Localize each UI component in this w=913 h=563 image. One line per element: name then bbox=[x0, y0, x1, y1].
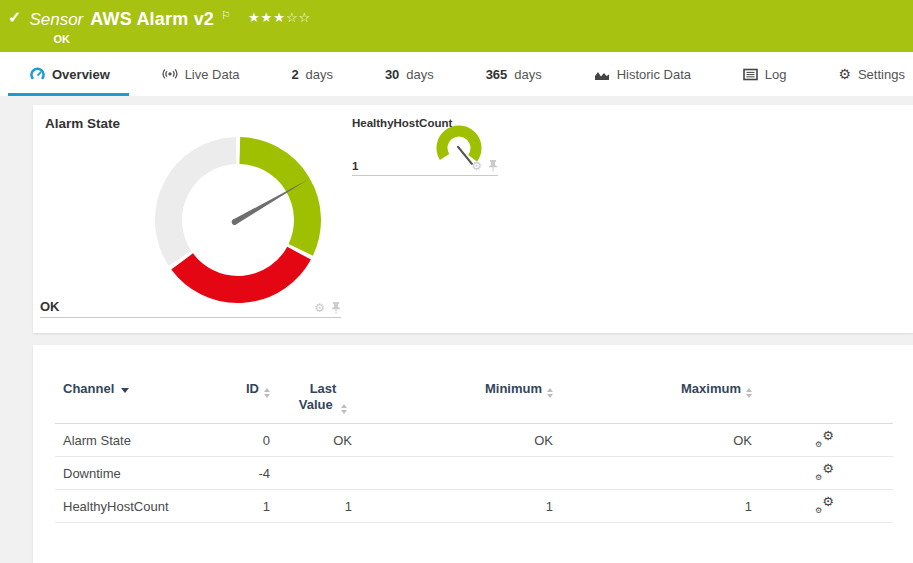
cell-id: 1 bbox=[213, 499, 270, 514]
column-label: Last Value bbox=[299, 381, 337, 412]
broadcast-icon bbox=[162, 67, 178, 81]
tab-number: 30 bbox=[385, 67, 399, 82]
channel-settings-icon[interactable]: ⚙⚙ bbox=[815, 497, 834, 513]
table-row[interactable]: HealthyHostCount 1 1 1 1 ⚙⚙ bbox=[55, 490, 893, 523]
sensor-header: ✓ Sensor AWS Alarm v2 ⚐ ★★★☆☆ OK bbox=[0, 0, 913, 52]
healthy-host-count-value: 1 bbox=[352, 160, 358, 172]
gauge-segment-error bbox=[182, 253, 299, 289]
gear-icon: ⚙ bbox=[838, 67, 851, 81]
cell-minimum: OK bbox=[352, 433, 553, 448]
sensor-status-text: OK bbox=[53, 33, 311, 45]
column-header-channel[interactable]: Channel bbox=[63, 381, 213, 397]
column-label: ID bbox=[246, 381, 259, 396]
gauge-segment-empty bbox=[168, 151, 236, 259]
tab-log[interactable]: Log bbox=[743, 52, 787, 96]
sensor-title: AWS Alarm v2 bbox=[90, 8, 214, 30]
cell-last-value: 1 bbox=[270, 499, 352, 514]
tab-label: Settings bbox=[858, 67, 905, 82]
tab-label: days bbox=[406, 67, 433, 82]
sensor-kind-label: Sensor bbox=[29, 9, 83, 31]
tab-label: Live Data bbox=[185, 67, 240, 82]
sensor-title-block: Sensor AWS Alarm v2 ⚐ ★★★☆☆ OK bbox=[29, 8, 311, 45]
tab-365-days[interactable]: 365 days bbox=[486, 52, 542, 96]
tab-label: days bbox=[306, 67, 333, 82]
column-header-maximum[interactable]: Maximum bbox=[553, 381, 752, 398]
area-chart-icon bbox=[594, 68, 610, 81]
sort-desc-icon bbox=[121, 388, 129, 393]
cell-id: 0 bbox=[213, 433, 270, 448]
gear-icon: ⚙ bbox=[815, 473, 822, 482]
alarm-state-value: OK bbox=[40, 299, 60, 314]
gear-icon: ⚙ bbox=[822, 428, 834, 443]
ok-check-icon: ✓ bbox=[8, 8, 21, 28]
cell-minimum: 1 bbox=[352, 499, 553, 514]
gear-icon: ⚙ bbox=[822, 461, 834, 476]
overview-gauges-panel: Alarm State OK ⚙ HealthyHostCount bbox=[33, 105, 913, 333]
flag-icon[interactable]: ⚐ bbox=[221, 4, 231, 26]
tab-historic-data[interactable]: Historic Data bbox=[594, 52, 691, 96]
log-list-icon bbox=[743, 68, 758, 81]
sort-icon bbox=[341, 404, 347, 414]
gear-icon: ⚙ bbox=[815, 440, 822, 449]
channel-table-panel: Channel ID Last Value Minimum Maximum Al… bbox=[33, 345, 913, 563]
cell-channel[interactable]: Downtime bbox=[63, 466, 213, 481]
gear-icon: ⚙ bbox=[815, 506, 822, 515]
tab-settings[interactable]: ⚙ Settings bbox=[838, 52, 905, 96]
channel-settings-icon[interactable]: ⚙⚙ bbox=[815, 464, 834, 480]
table-row[interactable]: Alarm State 0 OK OK OK ⚙⚙ bbox=[55, 424, 893, 457]
column-label: Channel bbox=[63, 381, 114, 396]
channel-table-header: Channel ID Last Value Minimum Maximum bbox=[55, 345, 893, 424]
channel-settings-icon[interactable]: ⚙⚙ bbox=[815, 431, 834, 447]
tab-live-data[interactable]: Live Data bbox=[162, 52, 240, 96]
cell-channel[interactable]: Alarm State bbox=[63, 433, 213, 448]
channel-gear-icon[interactable]: ⚙ bbox=[471, 160, 482, 172]
tab-30-days[interactable]: 30 days bbox=[385, 52, 434, 96]
pin-icon[interactable] bbox=[488, 159, 498, 172]
gear-icon: ⚙ bbox=[822, 494, 834, 509]
gauge-icon bbox=[30, 67, 45, 82]
channel-gear-icon[interactable]: ⚙ bbox=[314, 302, 325, 314]
column-label: Minimum bbox=[485, 381, 542, 396]
primary-channel-title: Alarm State bbox=[45, 116, 120, 131]
priority-stars[interactable]: ★★★☆☆ bbox=[248, 7, 311, 29]
healthy-host-count-value-row: 1 ⚙ bbox=[352, 159, 498, 176]
tab-bar: Overview Live Data 2 days 30 days 365 da… bbox=[0, 52, 913, 96]
sort-icon bbox=[746, 388, 752, 398]
tab-label: days bbox=[514, 67, 541, 82]
sensor-page: ✓ Sensor AWS Alarm v2 ⚐ ★★★☆☆ OK Overvie… bbox=[0, 0, 913, 563]
small-gauge-arc bbox=[442, 131, 476, 158]
stars-filled: ★★★ bbox=[248, 10, 286, 25]
cell-maximum: OK bbox=[553, 433, 752, 448]
stars-empty: ☆☆ bbox=[286, 10, 311, 25]
tab-number: 2 bbox=[291, 67, 298, 82]
alarm-state-value-row: OK ⚙ bbox=[40, 299, 341, 318]
column-header-id[interactable]: ID bbox=[213, 381, 270, 398]
tab-number: 365 bbox=[486, 67, 508, 82]
cell-maximum: 1 bbox=[553, 499, 752, 514]
column-label: Maximum bbox=[681, 381, 741, 396]
table-row[interactable]: Downtime -4 ⚙⚙ bbox=[55, 457, 893, 490]
alarm-state-gauge bbox=[150, 132, 326, 308]
cell-id: -4 bbox=[213, 466, 270, 481]
column-header-minimum[interactable]: Minimum bbox=[352, 381, 553, 398]
tab-overview[interactable]: Overview bbox=[30, 52, 110, 96]
cell-last-value: OK bbox=[270, 433, 352, 448]
column-header-last-value[interactable]: Last Value bbox=[270, 381, 352, 414]
tab-label: Overview bbox=[52, 67, 110, 82]
tab-label: Historic Data bbox=[617, 67, 691, 82]
tab-label: Log bbox=[765, 67, 787, 82]
pin-icon[interactable] bbox=[331, 301, 341, 314]
tab-2-days[interactable]: 2 days bbox=[291, 52, 333, 96]
cell-channel[interactable]: HealthyHostCount bbox=[63, 499, 213, 514]
